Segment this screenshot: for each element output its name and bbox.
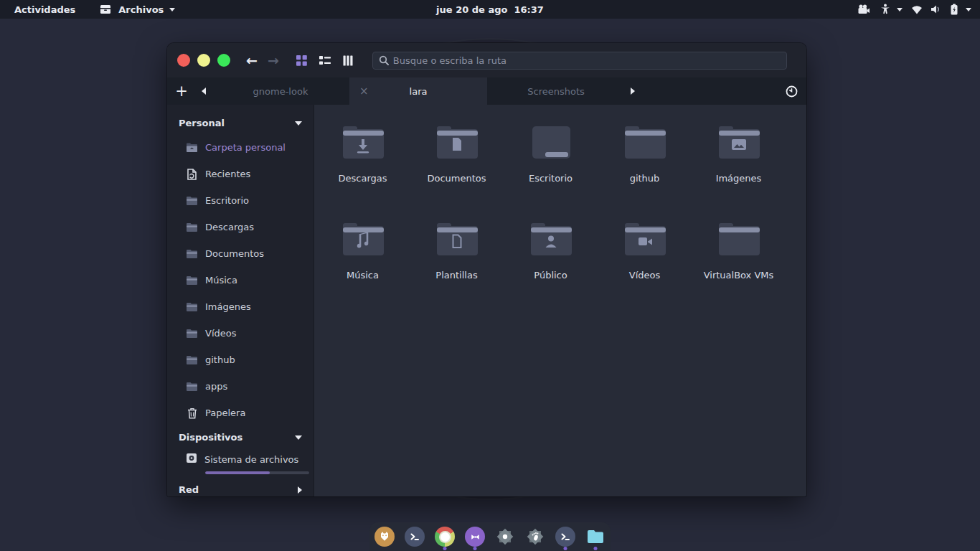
accessibility-menu[interactable] (878, 3, 903, 16)
sidebar-section-label: Red (179, 484, 199, 495)
sidebar-item-documentos[interactable]: Documentos (167, 240, 314, 267)
screen-record-icon[interactable] (857, 3, 871, 16)
sidebar-item-github[interactable]: github (167, 347, 314, 373)
sidebar-section-label: Dispositivos (179, 432, 242, 443)
minimize-window-button[interactable] (197, 54, 210, 67)
dock-gnome-icon[interactable] (524, 524, 546, 550)
tab-gnome-look[interactable]: gnome-look (212, 77, 349, 105)
dock-firefox-icon[interactable] (374, 524, 395, 550)
sidebar-item-label: Sistema de archivos (204, 454, 298, 465)
search-icon (379, 55, 389, 65)
volume-icon (928, 3, 943, 16)
file-view[interactable]: Descargas Documentos Escritorio github I… (314, 105, 806, 496)
dock-terminal-2-icon[interactable] (555, 524, 576, 550)
file-label: Plantillas (435, 270, 477, 281)
folder-icon (186, 274, 198, 286)
dock-vscodium-icon[interactable] (464, 524, 486, 550)
tab-label: gnome-look (253, 86, 308, 97)
app-menu[interactable]: Archivos (98, 3, 175, 16)
dock-chromium-icon[interactable] (434, 524, 456, 550)
file-virtualbox-vms[interactable]: VirtualBox VMs (692, 210, 786, 307)
dock-files-icon[interactable] (585, 524, 606, 550)
sidebar-item-apps[interactable]: apps (167, 373, 314, 400)
chevron-down-icon (295, 121, 302, 126)
file-publico[interactable]: Público (504, 210, 598, 307)
activities-button[interactable]: Actividades (10, 4, 80, 15)
location-search-bar[interactable] (372, 52, 787, 70)
file-imagenes[interactable]: Imágenes (692, 113, 786, 210)
disk-usage-bar (205, 471, 309, 474)
back-button[interactable]: ← (246, 52, 258, 68)
folder-icon-download (340, 122, 386, 161)
dock-app-badge-icon[interactable] (494, 524, 516, 550)
sidebar-item-imagenes[interactable]: Imágenes (167, 293, 314, 320)
accessibility-icon (878, 3, 892, 16)
sidebar-section-dispositivos[interactable]: Dispositivos (167, 426, 314, 448)
file-descargas[interactable]: Descargas (316, 113, 410, 210)
chevron-down-icon (897, 8, 903, 11)
list-view-button[interactable] (318, 53, 332, 67)
sidebar-item-label: Carpeta personal (205, 142, 286, 153)
dock-terminal-icon[interactable] (404, 524, 425, 550)
system-status-menu[interactable] (910, 3, 971, 16)
file-musica[interactable]: Música (316, 210, 410, 307)
desktop-icon (528, 122, 574, 161)
titlebar[interactable]: ← → (167, 43, 806, 77)
chevron-down-icon (295, 435, 302, 440)
folder-icon-video (622, 219, 668, 258)
sidebar-item-carpeta-personal[interactable]: Carpeta personal (167, 134, 314, 161)
search-input[interactable] (393, 55, 781, 66)
sidebar-item-recientes[interactable]: Recientes (167, 161, 314, 187)
sidebar-item-sistema-de-archivos[interactable]: Sistema de archivos (167, 448, 314, 479)
close-tab-icon[interactable]: × (359, 85, 369, 98)
sidebar-item-label: apps (205, 381, 227, 392)
close-window-button[interactable] (177, 54, 190, 67)
tab-screenshots[interactable]: Screenshots (487, 77, 625, 105)
folder-icon-music (340, 219, 386, 258)
home-folder-icon (186, 141, 198, 154)
running-indicator-dot (594, 547, 598, 550)
file-documentos[interactable]: Documentos (410, 113, 504, 210)
folder-icon-image (716, 122, 762, 161)
app-menu-label: Archivos (118, 4, 164, 15)
folder-icon (186, 221, 198, 233)
trash-icon (186, 407, 198, 419)
folder-icon (186, 380, 198, 392)
sidebar-section-personal[interactable]: Personal (167, 112, 314, 134)
sidebar-item-musica[interactable]: Música (167, 267, 314, 293)
sidebar-item-papelera[interactable]: Papelera (167, 400, 314, 426)
tab-lara[interactable]: ×lara (349, 77, 487, 105)
file-escritorio[interactable]: Escritorio (504, 113, 598, 210)
archive-drawer-icon (98, 3, 113, 16)
scroll-tabs-right-button[interactable] (625, 77, 641, 105)
history-clock-icon[interactable] (776, 77, 806, 105)
file-plantillas[interactable]: Plantillas (410, 210, 504, 307)
scroll-tabs-left-button[interactable] (196, 77, 212, 105)
top-bar: Actividades Archivos jue 20 de ago 16:37 (0, 0, 980, 19)
running-indicator-dot (473, 547, 477, 550)
sidebar-item-label: Vídeos (205, 328, 236, 339)
new-tab-button[interactable]: + (167, 77, 196, 105)
file-label: Vídeos (629, 270, 660, 281)
running-indicator-dot (443, 547, 447, 550)
clock-date: jue 20 de ago (436, 4, 507, 15)
sidebar-item-escritorio[interactable]: Escritorio (167, 187, 314, 214)
recent-icon (186, 168, 198, 180)
forward-button[interactable]: → (268, 52, 279, 68)
folder-icon (186, 354, 198, 366)
compact-view-button[interactable] (341, 53, 355, 67)
sidebar-item-descargas[interactable]: Descargas (167, 214, 314, 240)
folder-icon (186, 248, 198, 260)
folder-icon-template (434, 219, 480, 258)
sidebar-item-label: Escritorio (205, 195, 249, 206)
sidebar-section-label: Personal (179, 118, 225, 128)
grid-view-button[interactable] (295, 53, 309, 67)
sidebar-item-label: Música (205, 275, 237, 286)
file-manager-window: ← → + gnome-look×laraScreenshots (167, 43, 806, 496)
file-videos[interactable]: Vídeos (598, 210, 692, 307)
sidebar-item-label: github (205, 354, 235, 365)
sidebar-item-videos[interactable]: Vídeos (167, 320, 314, 347)
maximize-window-button[interactable] (217, 54, 230, 67)
file-github[interactable]: github (598, 113, 692, 210)
sidebar-section-red[interactable]: Red (167, 479, 314, 496)
